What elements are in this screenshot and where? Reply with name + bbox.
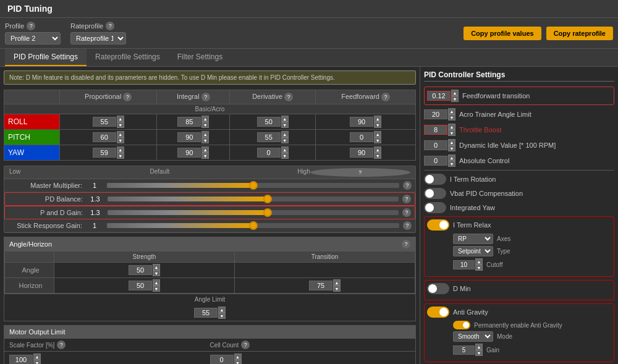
tab-rateprofile[interactable]: Rateprofile Settings <box>87 49 169 66</box>
scale-factor-input[interactable] <box>9 355 33 364</box>
yaw-i-down[interactable]: ▼ <box>201 153 209 159</box>
angle-limit-down[interactable]: ▼ <box>218 313 226 319</box>
tab-pid-profile[interactable]: PID Profile Settings <box>5 49 87 66</box>
cell-count-input[interactable] <box>210 355 234 364</box>
acro-up[interactable]: ▲ <box>448 108 455 114</box>
vbat-pid-toggle[interactable] <box>424 188 446 199</box>
pitch-p-down[interactable]: ▼ <box>117 137 124 143</box>
yaw-d-input[interactable] <box>257 148 281 158</box>
tab-filter[interactable]: Filter Settings <box>169 49 231 66</box>
ac-up[interactable]: ▲ <box>448 154 455 161</box>
tb-down[interactable]: ▼ <box>448 130 455 136</box>
yaw-ff-input[interactable] <box>350 148 373 158</box>
yaw-d-down[interactable]: ▼ <box>281 153 289 159</box>
roll-d-up[interactable]: ▲ <box>281 116 289 122</box>
slider-help-icon[interactable]: ? <box>310 168 410 177</box>
pitch-ff-up[interactable]: ▲ <box>374 131 381 137</box>
anti-gravity-gain-input[interactable] <box>453 345 475 355</box>
horizon-transition-input[interactable] <box>309 281 332 290</box>
yaw-i-up[interactable]: ▲ <box>201 146 209 153</box>
cell-down[interactable]: ▼ <box>234 360 242 364</box>
profile-help-icon[interactable]: ? <box>27 22 35 30</box>
cutoff-up[interactable]: ▲ <box>475 258 483 265</box>
pitch-p-up[interactable]: ▲ <box>117 131 124 137</box>
d-min-toggle[interactable] <box>427 283 449 294</box>
yaw-d-up[interactable]: ▲ <box>281 146 289 153</box>
pitch-d-down[interactable]: ▼ <box>281 137 289 143</box>
cell-up[interactable]: ▲ <box>234 353 242 360</box>
pd-gain-help[interactable]: ? <box>402 208 411 217</box>
pitch-i-up[interactable]: ▲ <box>201 131 209 137</box>
dynamic-idle-input[interactable] <box>424 140 447 150</box>
horizon-s-down[interactable]: ▼ <box>153 286 160 292</box>
cutoff-down[interactable]: ▼ <box>475 265 483 271</box>
stick-response-help[interactable]: ? <box>403 221 412 230</box>
roll-i-down[interactable]: ▼ <box>201 122 209 128</box>
angle-limit-up[interactable]: ▲ <box>218 307 226 313</box>
roll-i-up[interactable]: ▲ <box>201 116 209 122</box>
ff-up[interactable]: ▲ <box>451 90 459 96</box>
pitch-d-input[interactable] <box>257 132 281 142</box>
profile-select[interactable]: Profile 1 Profile 2 Profile 3 <box>5 32 61 44</box>
absolute-control-input[interactable] <box>424 156 447 166</box>
yaw-p-down[interactable]: ▼ <box>117 153 124 159</box>
derivative-help-icon[interactable]: ? <box>284 93 293 101</box>
horizon-s-up[interactable]: ▲ <box>153 279 160 286</box>
iterm-relax-type-select[interactable]: Setpoint Gyro <box>453 246 493 256</box>
roll-i-input[interactable] <box>177 117 201 127</box>
feedforward-help-icon[interactable]: ? <box>381 93 390 101</box>
copy-profile-button[interactable]: Copy profile values <box>464 27 541 40</box>
roll-ff-up[interactable]: ▲ <box>374 116 381 122</box>
roll-d-down[interactable]: ▼ <box>281 122 289 128</box>
anti-gravity-perm-toggle[interactable] <box>453 321 470 329</box>
roll-p-down[interactable]: ▼ <box>117 122 124 128</box>
scale-up[interactable]: ▲ <box>33 353 41 360</box>
di-up[interactable]: ▲ <box>448 139 455 145</box>
pitch-ff-input[interactable] <box>350 132 373 142</box>
tb-up[interactable]: ▲ <box>448 124 455 130</box>
anti-gravity-toggle[interactable] <box>427 307 449 318</box>
stick-response-track[interactable] <box>107 223 399 228</box>
integral-help-icon[interactable]: ? <box>201 93 210 101</box>
angle-limit-input[interactable] <box>194 308 218 318</box>
copy-rateprofile-button[interactable]: Copy rateprofile <box>546 27 613 40</box>
angle-s-up[interactable]: ▲ <box>153 264 160 270</box>
ac-down[interactable]: ▼ <box>448 161 455 167</box>
horizon-t-down[interactable]: ▼ <box>333 286 341 292</box>
rateprofile-help-icon[interactable]: ? <box>106 22 114 30</box>
roll-ff-input[interactable] <box>350 117 373 127</box>
roll-p-input[interactable] <box>93 117 116 127</box>
master-multiplier-track[interactable] <box>107 183 399 188</box>
yaw-p-up[interactable]: ▲ <box>117 146 124 153</box>
pitch-d-up[interactable]: ▲ <box>281 131 289 137</box>
angle-strength-input[interactable] <box>129 265 152 275</box>
pitch-i-down[interactable]: ▼ <box>201 137 209 143</box>
master-multiplier-help[interactable]: ? <box>403 181 412 190</box>
scale-down[interactable]: ▼ <box>33 360 41 364</box>
integrated-yaw-toggle[interactable] <box>424 202 446 213</box>
iterm-rotation-toggle[interactable] <box>424 174 446 185</box>
yaw-p-input[interactable] <box>93 148 116 158</box>
di-down[interactable]: ▼ <box>448 145 455 151</box>
pitch-p-input[interactable] <box>93 132 116 142</box>
feedforward-input[interactable] <box>427 91 451 101</box>
pd-gain-track[interactable] <box>108 210 399 215</box>
ag-gain-down[interactable]: ▼ <box>475 350 483 356</box>
pitch-ff-down[interactable]: ▼ <box>374 137 381 143</box>
scale-factor-help[interactable]: ? <box>57 341 66 349</box>
acro-down[interactable]: ▼ <box>448 114 455 121</box>
pitch-i-input[interactable] <box>177 132 201 142</box>
horizon-t-up[interactable]: ▲ <box>333 279 341 286</box>
anti-gravity-mode-select[interactable]: Smooth Step <box>453 331 493 342</box>
iterm-relax-axes-select[interactable]: RP RPY None <box>453 234 493 244</box>
roll-ff-down[interactable]: ▼ <box>374 122 381 128</box>
throttle-boost-input[interactable] <box>424 125 447 135</box>
rateprofile-select[interactable]: Rateprofile 1 Rateprofile 2 <box>70 32 126 44</box>
yaw-i-input[interactable] <box>177 148 201 158</box>
iterm-relax-cutoff-input[interactable] <box>453 260 475 269</box>
horizon-strength-input[interactable] <box>129 281 152 290</box>
yaw-ff-up[interactable]: ▲ <box>374 146 381 153</box>
yaw-ff-down[interactable]: ▼ <box>374 153 381 159</box>
cell-count-help[interactable]: ? <box>241 341 250 349</box>
pd-balance-track[interactable] <box>108 197 399 201</box>
